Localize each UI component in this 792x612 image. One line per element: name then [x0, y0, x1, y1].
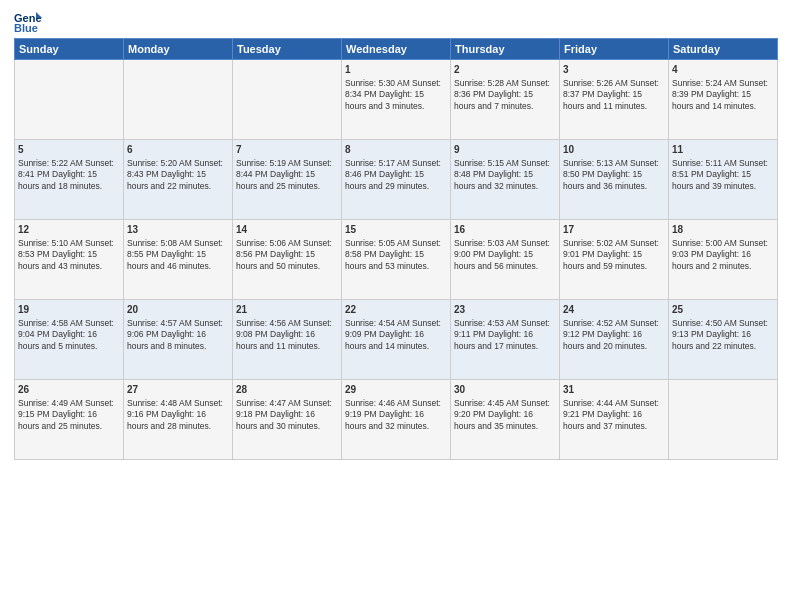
- day-info: Sunrise: 5:00 AM Sunset: 9:03 PM Dayligh…: [672, 238, 774, 274]
- calendar-page: General Blue SundayMondayTuesdayWednesda…: [0, 0, 792, 612]
- day-info: Sunrise: 5:02 AM Sunset: 9:01 PM Dayligh…: [563, 238, 665, 274]
- day-cell: [15, 60, 124, 140]
- day-cell: 9Sunrise: 5:15 AM Sunset: 8:48 PM Daylig…: [451, 140, 560, 220]
- day-info: Sunrise: 5:08 AM Sunset: 8:55 PM Dayligh…: [127, 238, 229, 274]
- day-cell: 16Sunrise: 5:03 AM Sunset: 9:00 PM Dayli…: [451, 220, 560, 300]
- day-number: 8: [345, 143, 447, 157]
- day-info: Sunrise: 5:03 AM Sunset: 9:00 PM Dayligh…: [454, 238, 556, 274]
- col-header-thursday: Thursday: [451, 39, 560, 60]
- day-number: 27: [127, 383, 229, 397]
- day-number: 19: [18, 303, 120, 317]
- day-number: 17: [563, 223, 665, 237]
- day-number: 11: [672, 143, 774, 157]
- day-info: Sunrise: 5:28 AM Sunset: 8:36 PM Dayligh…: [454, 78, 556, 114]
- day-cell: 21Sunrise: 4:56 AM Sunset: 9:08 PM Dayli…: [233, 300, 342, 380]
- week-row-2: 5Sunrise: 5:22 AM Sunset: 8:41 PM Daylig…: [15, 140, 778, 220]
- day-number: 5: [18, 143, 120, 157]
- day-number: 10: [563, 143, 665, 157]
- day-cell: 12Sunrise: 5:10 AM Sunset: 8:53 PM Dayli…: [15, 220, 124, 300]
- day-number: 29: [345, 383, 447, 397]
- day-info: Sunrise: 4:50 AM Sunset: 9:13 PM Dayligh…: [672, 318, 774, 354]
- day-number: 23: [454, 303, 556, 317]
- day-number: 6: [127, 143, 229, 157]
- day-cell: 25Sunrise: 4:50 AM Sunset: 9:13 PM Dayli…: [669, 300, 778, 380]
- day-cell: 15Sunrise: 5:05 AM Sunset: 8:58 PM Dayli…: [342, 220, 451, 300]
- day-cell: 19Sunrise: 4:58 AM Sunset: 9:04 PM Dayli…: [15, 300, 124, 380]
- day-cell: 4Sunrise: 5:24 AM Sunset: 8:39 PM Daylig…: [669, 60, 778, 140]
- day-cell: 7Sunrise: 5:19 AM Sunset: 8:44 PM Daylig…: [233, 140, 342, 220]
- day-cell: 24Sunrise: 4:52 AM Sunset: 9:12 PM Dayli…: [560, 300, 669, 380]
- day-number: 2: [454, 63, 556, 77]
- day-number: 20: [127, 303, 229, 317]
- day-cell: 14Sunrise: 5:06 AM Sunset: 8:56 PM Dayli…: [233, 220, 342, 300]
- day-cell: 5Sunrise: 5:22 AM Sunset: 8:41 PM Daylig…: [15, 140, 124, 220]
- col-header-monday: Monday: [124, 39, 233, 60]
- day-info: Sunrise: 4:52 AM Sunset: 9:12 PM Dayligh…: [563, 318, 665, 354]
- day-cell: 23Sunrise: 4:53 AM Sunset: 9:11 PM Dayli…: [451, 300, 560, 380]
- col-header-saturday: Saturday: [669, 39, 778, 60]
- day-cell: 20Sunrise: 4:57 AM Sunset: 9:06 PM Dayli…: [124, 300, 233, 380]
- day-number: 3: [563, 63, 665, 77]
- day-number: 30: [454, 383, 556, 397]
- col-header-sunday: Sunday: [15, 39, 124, 60]
- day-cell: 31Sunrise: 4:44 AM Sunset: 9:21 PM Dayli…: [560, 380, 669, 460]
- logo-icon: General Blue: [14, 10, 42, 34]
- col-header-tuesday: Tuesday: [233, 39, 342, 60]
- day-cell: [669, 380, 778, 460]
- day-info: Sunrise: 4:53 AM Sunset: 9:11 PM Dayligh…: [454, 318, 556, 354]
- day-info: Sunrise: 5:24 AM Sunset: 8:39 PM Dayligh…: [672, 78, 774, 114]
- day-info: Sunrise: 4:44 AM Sunset: 9:21 PM Dayligh…: [563, 398, 665, 434]
- day-number: 4: [672, 63, 774, 77]
- day-cell: 3Sunrise: 5:26 AM Sunset: 8:37 PM Daylig…: [560, 60, 669, 140]
- calendar-table: SundayMondayTuesdayWednesdayThursdayFrid…: [14, 38, 778, 460]
- week-row-4: 19Sunrise: 4:58 AM Sunset: 9:04 PM Dayli…: [15, 300, 778, 380]
- day-number: 7: [236, 143, 338, 157]
- day-cell: 28Sunrise: 4:47 AM Sunset: 9:18 PM Dayli…: [233, 380, 342, 460]
- day-info: Sunrise: 5:11 AM Sunset: 8:51 PM Dayligh…: [672, 158, 774, 194]
- week-row-5: 26Sunrise: 4:49 AM Sunset: 9:15 PM Dayli…: [15, 380, 778, 460]
- day-number: 13: [127, 223, 229, 237]
- day-info: Sunrise: 5:26 AM Sunset: 8:37 PM Dayligh…: [563, 78, 665, 114]
- day-info: Sunrise: 4:48 AM Sunset: 9:16 PM Dayligh…: [127, 398, 229, 434]
- day-number: 24: [563, 303, 665, 317]
- day-cell: 2Sunrise: 5:28 AM Sunset: 8:36 PM Daylig…: [451, 60, 560, 140]
- day-cell: 11Sunrise: 5:11 AM Sunset: 8:51 PM Dayli…: [669, 140, 778, 220]
- day-info: Sunrise: 5:05 AM Sunset: 8:58 PM Dayligh…: [345, 238, 447, 274]
- day-number: 21: [236, 303, 338, 317]
- day-info: Sunrise: 4:45 AM Sunset: 9:20 PM Dayligh…: [454, 398, 556, 434]
- day-number: 28: [236, 383, 338, 397]
- day-info: Sunrise: 4:56 AM Sunset: 9:08 PM Dayligh…: [236, 318, 338, 354]
- day-info: Sunrise: 5:19 AM Sunset: 8:44 PM Dayligh…: [236, 158, 338, 194]
- day-cell: [124, 60, 233, 140]
- day-number: 22: [345, 303, 447, 317]
- day-cell: 17Sunrise: 5:02 AM Sunset: 9:01 PM Dayli…: [560, 220, 669, 300]
- day-info: Sunrise: 5:13 AM Sunset: 8:50 PM Dayligh…: [563, 158, 665, 194]
- day-info: Sunrise: 5:30 AM Sunset: 8:34 PM Dayligh…: [345, 78, 447, 114]
- day-number: 26: [18, 383, 120, 397]
- day-cell: [233, 60, 342, 140]
- day-info: Sunrise: 5:15 AM Sunset: 8:48 PM Dayligh…: [454, 158, 556, 194]
- day-cell: 6Sunrise: 5:20 AM Sunset: 8:43 PM Daylig…: [124, 140, 233, 220]
- day-cell: 13Sunrise: 5:08 AM Sunset: 8:55 PM Dayli…: [124, 220, 233, 300]
- day-info: Sunrise: 4:49 AM Sunset: 9:15 PM Dayligh…: [18, 398, 120, 434]
- day-info: Sunrise: 5:10 AM Sunset: 8:53 PM Dayligh…: [18, 238, 120, 274]
- day-info: Sunrise: 4:54 AM Sunset: 9:09 PM Dayligh…: [345, 318, 447, 354]
- day-info: Sunrise: 5:22 AM Sunset: 8:41 PM Dayligh…: [18, 158, 120, 194]
- logo: General Blue: [14, 10, 46, 34]
- day-number: 18: [672, 223, 774, 237]
- day-cell: 8Sunrise: 5:17 AM Sunset: 8:46 PM Daylig…: [342, 140, 451, 220]
- day-number: 16: [454, 223, 556, 237]
- day-number: 15: [345, 223, 447, 237]
- day-number: 31: [563, 383, 665, 397]
- day-number: 14: [236, 223, 338, 237]
- day-info: Sunrise: 5:20 AM Sunset: 8:43 PM Dayligh…: [127, 158, 229, 194]
- col-header-wednesday: Wednesday: [342, 39, 451, 60]
- header-row: SundayMondayTuesdayWednesdayThursdayFrid…: [15, 39, 778, 60]
- day-cell: 30Sunrise: 4:45 AM Sunset: 9:20 PM Dayli…: [451, 380, 560, 460]
- svg-text:Blue: Blue: [14, 22, 38, 34]
- day-info: Sunrise: 4:47 AM Sunset: 9:18 PM Dayligh…: [236, 398, 338, 434]
- day-info: Sunrise: 5:17 AM Sunset: 8:46 PM Dayligh…: [345, 158, 447, 194]
- day-info: Sunrise: 4:46 AM Sunset: 9:19 PM Dayligh…: [345, 398, 447, 434]
- week-row-1: 1Sunrise: 5:30 AM Sunset: 8:34 PM Daylig…: [15, 60, 778, 140]
- day-cell: 27Sunrise: 4:48 AM Sunset: 9:16 PM Dayli…: [124, 380, 233, 460]
